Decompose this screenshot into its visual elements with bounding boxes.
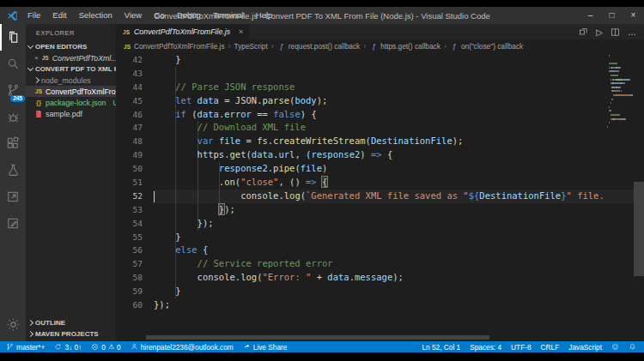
status-live-share[interactable]: Live Share [243,343,288,352]
chevron-right-icon [33,77,39,83]
run-code-icon[interactable]: ▷ [596,27,603,37]
minimap-line [607,59,633,61]
minimap-line [607,99,633,100]
tree-item-package-lock-json[interactable]: {}package-lock.jsonU [26,97,116,108]
activity-test-icon[interactable] [0,157,26,184]
code-line-58[interactable]: console.log("Error: " + data.message); [154,271,644,285]
minimap-line [607,87,633,88]
activity-notes-icon[interactable] [0,210,26,237]
status-problems[interactable]: 0⚠0 [91,343,120,352]
menu-bar: FileEditSelectionViewGoDebugTerminalHelp [21,7,278,24]
tab-label: ConvertPdfToXmlFromFile.js [134,27,230,36]
split-editor-icon[interactable] [611,27,620,37]
activity-debug-icon[interactable] [0,104,26,130]
menu-selection[interactable]: Selection [73,7,118,24]
open-changes-icon[interactable] [579,27,588,37]
folder-section-header[interactable]: CONVERT PDF TO XML FR... [26,63,116,75]
line-number: 59 [116,285,154,298]
menu-help[interactable]: Help [250,7,279,24]
code-line-59[interactable]: } [154,285,644,298]
line-number: 53 [116,203,154,217]
status-notifications[interactable] [629,343,636,351]
code-line-48[interactable]: var file = fs.createWriteStream(Destinat… [154,135,644,148]
close-button[interactable]: × [623,7,644,24]
breadcrumb-item[interactable]: ƒon("close") callback [450,42,523,51]
status-sync-changes[interactable]: 3↓ 0↑ [54,343,82,352]
breadcrumb-item[interactable]: TypeScript [234,42,268,51]
menu-view[interactable]: View [118,7,148,24]
breadcrumb: JSConvertPdfToXmlFromFile.js›TypeScript›… [116,39,644,53]
code-line-56[interactable]: else { [154,244,644,257]
status-indentation[interactable]: Spaces: 4 [470,343,501,352]
code-area[interactable]: } // Parse JSON response let data = JSON… [154,53,644,312]
more-actions-icon[interactable]: … [628,27,636,37]
code-line-51[interactable]: .on("close", () => { [154,176,644,190]
code-line-46[interactable]: if (data.error == false) { [154,108,644,122]
code-line-60[interactable]: }); [154,298,644,312]
editor-tab-bar: JS ConvertPdfToXmlFromFile.js × ▷… [116,24,644,39]
menu-terminal[interactable]: Terminal [207,7,250,24]
breadcrumb-item[interactable]: JSConvertPdfToXmlFromFile.js [123,42,225,51]
line-number: 51 [116,176,154,190]
code-line-47[interactable]: // Download XML file [154,121,644,135]
code-line-52[interactable]: console.log(`Generated XML file saved as… [154,190,644,203]
status-cursor-position[interactable]: Ln 52, Col 1 [422,343,460,352]
warning-icon: ⚠ [108,343,114,351]
code-line-50[interactable]: response2.pipe(file) [154,162,644,176]
status-language-mode[interactable]: JavaScript [568,343,602,352]
minimap-line [607,94,633,96]
maximize-button[interactable]: □ [601,7,623,24]
js-file-icon: JS [123,44,131,50]
section-maven-projects[interactable]: MAVEN PROJECTS [26,328,116,340]
open-editor-label: ConvertPdfToXml... [52,54,116,63]
line-number: 49 [116,148,154,162]
menu-debug[interactable]: Debug [171,7,207,24]
smiley-icon [611,343,619,351]
tab-convertpdftoxmlfromfile[interactable]: JS ConvertPdfToXmlFromFile.js × [116,24,249,39]
vertical-scrollbar[interactable] [634,182,644,276]
breadcrumb-separator: › [444,42,447,51]
breadcrumb-separator: › [228,42,231,51]
activity-source-control-icon[interactable]: 245 [0,77,26,104]
status-encoding[interactable]: UTF-8 [511,343,532,352]
code-line-54[interactable]: }); [154,217,644,231]
code-line-43[interactable] [154,67,644,81]
status-eol[interactable]: CRLF [541,343,560,352]
breadcrumb-item[interactable]: ƒhttps.get() callback [369,42,440,51]
tree-item-node-modules[interactable]: node_modules [26,75,116,86]
breadcrumb-item[interactable]: ƒrequest.post() callback [277,42,360,51]
menu-file[interactable]: File [21,7,46,24]
status-feedback[interactable] [611,343,619,351]
code-line-57[interactable]: // Service reported error [154,257,644,271]
section-outline[interactable]: OUTLINE [26,317,116,328]
tab-close-icon[interactable]: × [239,27,243,36]
activity-external-app-icon[interactable] [0,184,26,210]
activity-explorer-icon[interactable] [0,24,26,51]
activity-search-icon[interactable] [0,51,26,77]
code-line-49[interactable]: https.get(data.url, (response2) => { [154,148,644,162]
tree-item-convertpdftoxmlfro-[interactable]: JSConvertPdfToXmlFro... [26,86,116,97]
activity-settings-gear-icon[interactable] [0,311,26,338]
explorer-sidebar: EXPLORER OPEN EDITORS ×JSConvertPdfToXml… [26,24,116,341]
symbol-method-icon: ƒ [369,42,378,51]
status-account[interactable]: hirenpatel2236@outlook.com [131,343,234,352]
minimize-button[interactable]: – [580,7,601,24]
code-editor[interactable]: 42434445464748495051525354555657585960 }… [116,53,644,341]
open-editor-item[interactable]: ×JSConvertPdfToXml... [26,52,116,63]
minimap-line [607,106,633,108]
close-icon[interactable]: × [34,54,39,62]
tree-item-sample-pdf[interactable]: sample.pdf [26,108,116,119]
open-editors-header[interactable]: OPEN EDITORS [26,41,116,52]
status-git-branch[interactable]: master*+ [6,343,45,352]
code-line-45[interactable]: let data = JSON.parse(body); [154,94,644,108]
code-line-53[interactable]: }); [154,203,644,217]
horizontal-scrollbar[interactable] [146,335,489,340]
person-icon [131,343,138,351]
menu-edit[interactable]: Edit [46,7,72,24]
minimap[interactable] [607,55,633,129]
code-line-42[interactable]: } [154,53,644,67]
code-line-55[interactable]: } [154,231,644,244]
code-line-44[interactable]: // Parse JSON response [154,81,644,94]
activity-extensions-icon[interactable] [0,130,26,157]
menu-go[interactable]: Go [148,7,171,24]
